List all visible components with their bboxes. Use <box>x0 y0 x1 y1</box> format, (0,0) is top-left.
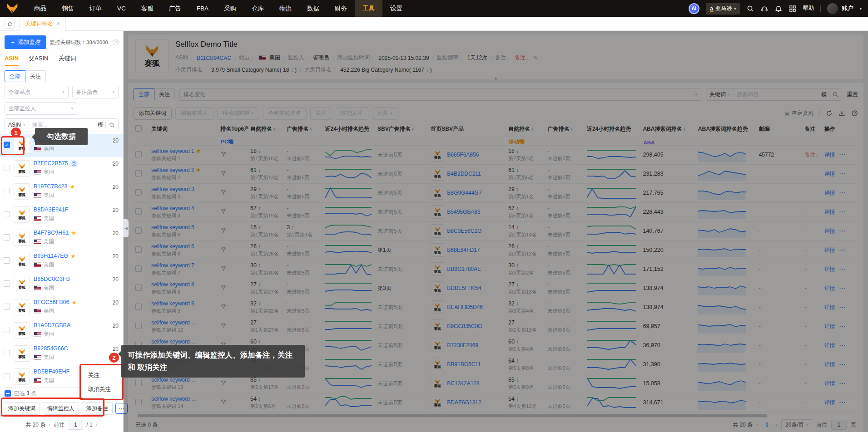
nav-item-广告[interactable]: 广告 <box>161 0 189 17</box>
keyword-link[interactable]: sellfow keyword 7 <box>151 262 194 269</box>
sort-icon[interactable]: ▲▼ <box>683 128 685 132</box>
item-checkbox[interactable] <box>4 350 10 356</box>
row-checkbox[interactable] <box>135 285 142 291</box>
note-value[interactable]: - <box>804 323 806 329</box>
item-asin-link[interactable]: B197C7B423 <box>34 183 67 190</box>
sort-icon[interactable]: ▲▼ <box>309 128 312 132</box>
note-value[interactable]: - <box>804 190 806 196</box>
note-value[interactable]: - <box>804 247 806 253</box>
sbv-product-asin-link[interactable]: B8G9G444G7 <box>447 190 481 196</box>
item-asin-link[interactable]: B85DC0G3FB <box>34 276 70 282</box>
page-number-button[interactable]: 1 <box>763 422 771 428</box>
detail-link[interactable]: 详情 <box>824 247 835 253</box>
row-checkbox[interactable] <box>135 151 142 157</box>
nav-item-仓库[interactable]: 仓库 <box>244 0 272 17</box>
row-more-actions-icon[interactable]: ··· <box>839 171 846 177</box>
rank-change-select[interactable]: 排名变化▾ <box>179 88 701 101</box>
note-value[interactable]: - <box>804 399 806 406</box>
nav-item-订单[interactable]: 订单 <box>82 0 109 17</box>
toolbar-button-取消关注[interactable]: 取消关注 <box>336 107 368 120</box>
keyword-link[interactable]: sellfow keyword ... <box>151 339 196 345</box>
star-icon[interactable]: ★ <box>71 230 76 236</box>
toolbar-button-移动端监控[interactable]: 移动端监控▾ <box>217 107 259 120</box>
keyword-link[interactable]: sellfow keyword 3 <box>151 186 194 192</box>
asin-list-item[interactable]: 赛狐 B4F7BC9H61 ★ 20 美国 <box>0 226 123 250</box>
row-checkbox[interactable] <box>135 399 142 405</box>
note-value[interactable]: 备注... <box>515 54 530 62</box>
toolbar-button-关注[interactable]: 关注 <box>310 107 332 120</box>
goto-page-input[interactable]: 1 <box>831 420 847 430</box>
detail-link[interactable]: 详情 <box>824 171 835 177</box>
item-asin-link[interactable]: B93H1147EG <box>34 253 68 259</box>
item-asin-link[interactable]: B92854G66C <box>34 345 68 352</box>
toolbar-button-编辑监控人[interactable]: 编辑监控人 <box>175 107 213 120</box>
asin-list-item[interactable]: 赛狐 B92854G66C 20 美国 <box>0 342 123 365</box>
row-more-actions-icon[interactable]: ··· <box>839 228 846 234</box>
sbv-product-asin-link[interactable]: BB91BG5C11 <box>447 361 481 368</box>
detail-link[interactable]: 详情 <box>824 342 835 349</box>
keyword-link[interactable]: sellfow keyword 2 <box>151 167 194 173</box>
note-value[interactable]: - <box>804 266 806 272</box>
popup-follow-item[interactable]: 关注 <box>82 368 121 383</box>
row-checkbox[interactable] <box>135 208 142 215</box>
row-more-actions-icon[interactable]: ··· <box>839 247 846 253</box>
row-checkbox[interactable] <box>135 227 142 234</box>
note-value[interactable]: - <box>804 342 806 349</box>
row-more-actions-icon[interactable]: ··· <box>839 399 846 406</box>
detail-link[interactable]: 详情 <box>824 190 835 196</box>
sbv-product-asin-link[interactable]: B4B2DDC211 <box>447 171 481 177</box>
scope-all-button[interactable]: 全部 <box>5 70 25 82</box>
asin-list-item[interactable]: 赛狐 B85DC0G3FB 20 美国 <box>0 273 123 296</box>
nav-item-FBA[interactable]: FBA <box>189 0 216 17</box>
row-more-actions-icon[interactable]: ··· <box>839 323 846 329</box>
row-checkbox[interactable] <box>135 189 142 196</box>
home-tab-button[interactable] <box>5 19 15 29</box>
trophy-icon[interactable] <box>220 286 227 292</box>
row-checkbox[interactable] <box>135 304 142 310</box>
prev-page-icon[interactable]: ‹ <box>757 422 759 428</box>
item-asin-link[interactable]: B7FFC2B575 <box>34 160 68 167</box>
row-checkbox[interactable] <box>135 380 142 386</box>
detail-link[interactable]: 详情 <box>824 323 835 329</box>
sidebar-tab-keyword[interactable]: 关键词 <box>58 54 76 66</box>
item-checkbox[interactable] <box>4 188 10 194</box>
row-checkbox[interactable] <box>135 323 142 329</box>
col-natural-rank[interactable]: 自然排名▲▼ <box>248 122 285 137</box>
avatar[interactable] <box>827 3 838 14</box>
col-ad-rank[interactable]: 广告排名▲▼ <box>285 122 323 137</box>
filter-followed-button[interactable]: 关注 <box>154 88 175 100</box>
asin-list-item[interactable]: 赛狐 B7FFC2B575 竞 20 美国 <box>0 157 123 180</box>
edit-monitor-person-button[interactable]: 编辑监控人 <box>43 402 79 415</box>
item-asin-link[interactable]: BD5BF49EHF <box>34 368 69 375</box>
tab-keyword-ranking[interactable]: 关键词排名 × <box>19 17 66 31</box>
sbv-product-asin-link[interactable]: B5495GBA83 <box>447 209 480 215</box>
trophy-icon[interactable] <box>220 381 227 388</box>
trophy-icon[interactable] <box>220 172 227 178</box>
item-checkbox[interactable] <box>4 165 10 171</box>
detail-link[interactable]: 详情 <box>824 380 835 387</box>
nav-item-设置[interactable]: 设置 <box>382 0 410 17</box>
sort-icon[interactable]: ▲▼ <box>412 128 414 132</box>
sidebar-tab-asin[interactable]: ASIN <box>5 55 19 66</box>
detail-link[interactable]: 详情 <box>824 285 835 291</box>
edit-pencil-icon[interactable]: ✎ <box>533 55 538 61</box>
next-page-icon[interactable]: › <box>775 422 777 428</box>
account-label[interactable]: 账户 <box>842 5 853 12</box>
row-more-actions-icon[interactable]: ··· <box>839 152 846 158</box>
nav-item-采购[interactable]: 采购 <box>216 0 244 17</box>
sbv-product-asin-link[interactable]: B9GC835C8G <box>447 323 482 329</box>
site-filter-select[interactable]: 全部站点▾ <box>5 86 69 98</box>
sidebar-collapse-handle[interactable]: ◀ <box>124 219 129 237</box>
trophy-icon[interactable] <box>220 210 227 216</box>
nav-item-销售[interactable]: 销售 <box>54 0 82 17</box>
favorite-star-icon[interactable]: ★ <box>196 147 201 154</box>
keyword-link[interactable]: sellfow keyword ... <box>151 396 196 402</box>
keyword-link[interactable]: sellfow keyword 1 <box>151 148 194 154</box>
page-size-select[interactable]: 20条/页▾ <box>781 419 812 430</box>
sbv-product-asin-link[interactable]: B8C3E56C2G <box>447 228 481 234</box>
detail-link[interactable]: 详情 <box>824 361 835 368</box>
row-more-actions-icon[interactable]: ··· <box>839 380 846 387</box>
row-more-actions-icon[interactable]: ··· <box>839 266 846 272</box>
keyword-link[interactable]: sellfow keyword 6 <box>151 243 194 250</box>
notification-bell-icon[interactable] <box>774 5 782 12</box>
